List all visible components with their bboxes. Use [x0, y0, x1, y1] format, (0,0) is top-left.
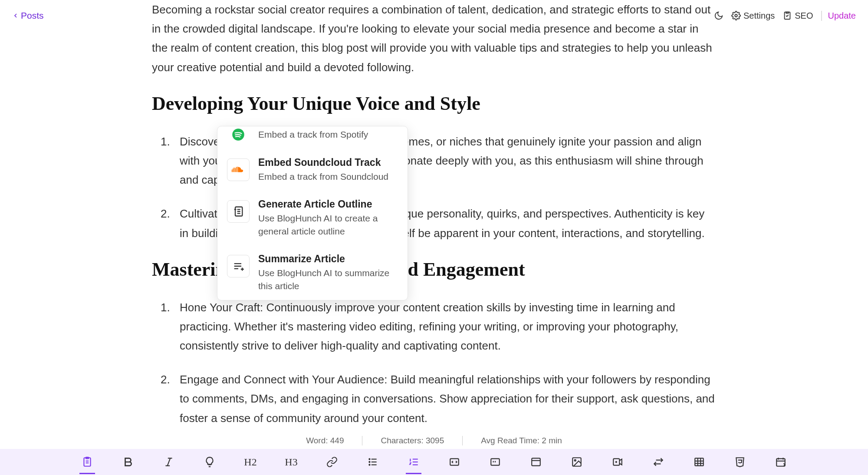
blockquote-button[interactable] [485, 452, 506, 472]
menu-item-embed-soundcloud[interactable]: Embed Soundcloud Track Embed a track fro… [217, 149, 408, 191]
table-button[interactable] [689, 452, 710, 472]
lightbulb-icon [204, 456, 215, 468]
menu-item-desc: Embed a track from Spotify [258, 128, 398, 141]
video-plus-icon [612, 456, 623, 468]
menu-item-summarize[interactable]: Summarize Article Use BlogHunch AI to su… [217, 245, 408, 300]
heading-1: Developing Your Unique Voice and Style [152, 92, 716, 115]
menu-item-embed-spotify[interactable]: Embed a track from Spotify [217, 126, 408, 149]
idea-button[interactable] [199, 452, 220, 472]
editor-stats-bar: Word: 449 Characters: 3095 Avg Read Time… [0, 432, 868, 449]
update-label: Update [828, 11, 856, 20]
table-icon [694, 456, 705, 468]
image-button[interactable] [566, 452, 587, 472]
list-item: Hone Your Craft: Continuously improve yo… [161, 298, 716, 356]
menu-item-desc: Use BlogHunch AI to create a general art… [258, 212, 398, 238]
svg-rect-32 [776, 459, 785, 466]
back-label: Posts [21, 10, 44, 21]
svg-rect-22 [532, 458, 540, 465]
seo-label: SEO [795, 11, 813, 21]
menu-item-title: Generate Article Outline [258, 198, 398, 210]
divider [462, 436, 463, 445]
paragraph-button[interactable] [77, 452, 98, 472]
svg-point-16 [369, 464, 370, 465]
list-ul-icon [367, 456, 378, 468]
svg-point-15 [369, 462, 370, 462]
word-count: Word: 449 [298, 436, 352, 445]
italic-icon [163, 456, 174, 468]
svg-point-25 [575, 460, 576, 461]
spotify-icon [232, 128, 245, 141]
svg-line-10 [168, 458, 171, 465]
settings-label: Settings [743, 11, 775, 21]
bullet-list-button[interactable] [362, 452, 383, 472]
back-to-posts-link[interactable]: Posts [12, 10, 44, 21]
ordered-list-2: Hone Your Craft: Continuously improve yo… [152, 298, 716, 428]
code-block-icon [449, 456, 460, 468]
soundcloud-icon [231, 165, 245, 174]
editor-content[interactable]: Becoming a rockstar social creator requi… [0, 0, 868, 475]
outline-icon [232, 205, 244, 218]
summarize-icon [232, 260, 244, 272]
svg-point-14 [369, 459, 370, 459]
chevron-left-icon [12, 12, 19, 19]
heading2-button[interactable]: H2 [240, 452, 261, 472]
html5-icon [734, 456, 746, 468]
link-button[interactable] [322, 452, 342, 472]
moon-icon [714, 11, 723, 20]
link-icon [326, 456, 338, 468]
arrows-button[interactable] [648, 452, 669, 472]
bold-icon [122, 456, 134, 468]
ordered-list-button[interactable] [403, 452, 424, 472]
divider [362, 436, 362, 445]
video-button[interactable] [607, 452, 628, 472]
gear-icon [731, 11, 741, 20]
dark-mode-toggle[interactable] [714, 11, 723, 20]
layout-top-icon [530, 456, 542, 468]
slash-command-menu: Embed a track from Spotify Embed Soundcl… [217, 126, 408, 300]
h2-label: H2 [244, 456, 256, 468]
list-item: Engage and Connect with Your Audience: B… [161, 370, 716, 428]
editor-toolbar: H2 H3 [0, 449, 868, 475]
update-button[interactable]: Update [821, 11, 856, 21]
char-count: Characters: 3095 [373, 436, 452, 445]
hero-button[interactable] [526, 452, 546, 472]
menu-item-desc: Use BlogHunch AI to summarize this artic… [258, 267, 398, 292]
clipboard-check-icon [783, 11, 792, 20]
settings-button[interactable]: Settings [731, 11, 775, 21]
svg-rect-27 [695, 458, 704, 465]
seo-button[interactable]: SEO [783, 11, 813, 21]
swap-arrows-icon [653, 456, 664, 468]
html-button[interactable] [730, 452, 750, 472]
italic-button[interactable] [158, 452, 179, 472]
h3-label: H3 [285, 456, 297, 468]
embed-button[interactable] [770, 452, 791, 472]
code-block-button[interactable] [444, 452, 465, 472]
read-time: Avg Read Time: 2 min [473, 436, 570, 445]
menu-item-desc: Embed a track from Soundcloud [258, 170, 398, 183]
menu-item-title: Summarize Article [258, 253, 398, 265]
calendar-add-icon [775, 456, 786, 468]
clipboard-list-icon [82, 456, 93, 468]
menu-item-generate-outline[interactable]: Generate Article Outline Use BlogHunch A… [217, 191, 408, 245]
list-ol-icon [408, 456, 419, 468]
menu-item-title: Embed Soundcloud Track [258, 157, 398, 168]
quote-icon [490, 456, 501, 468]
bold-button[interactable] [118, 452, 138, 472]
image-icon [571, 456, 582, 468]
svg-point-0 [735, 14, 737, 17]
heading3-button[interactable]: H3 [281, 452, 302, 472]
